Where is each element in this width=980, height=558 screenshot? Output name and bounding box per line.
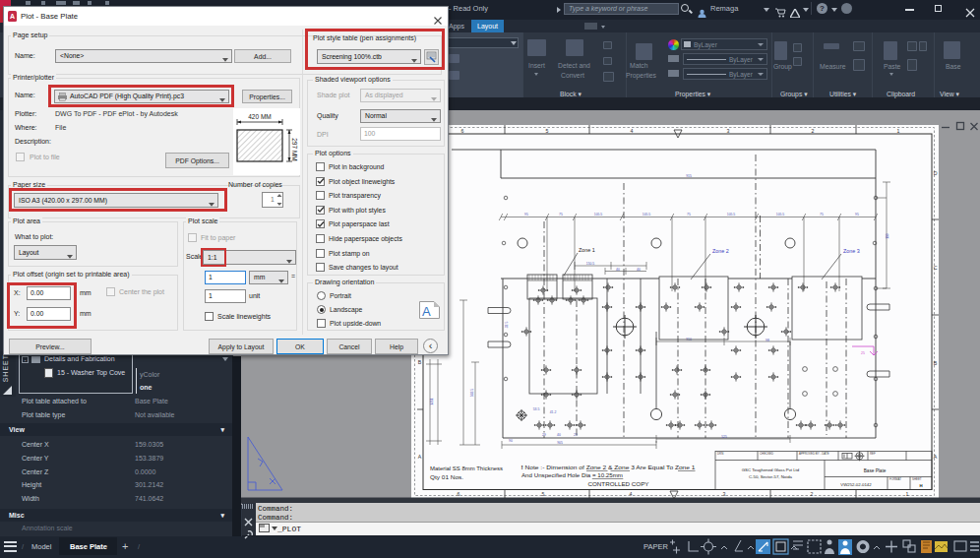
svg-text:53.5: 53.5: [533, 407, 540, 411]
svg-text:A: A: [934, 454, 938, 460]
svg-text:6: 6: [458, 491, 460, 497]
svg-text:DRN: DRN: [717, 452, 723, 456]
svg-text:Base Plate: Base Plate: [864, 468, 887, 473]
svg-text:2: 2: [811, 491, 814, 497]
svg-text:D: D: [934, 170, 938, 176]
svg-text:6: 6: [461, 128, 464, 134]
svg-text:75: 75: [559, 213, 563, 217]
svg-text:Zone 2: Zone 2: [712, 248, 729, 254]
svg-text:1: 1: [906, 491, 909, 497]
svg-text:A: A: [422, 304, 431, 319]
svg-text:Zone 1: Zone 1: [579, 247, 595, 253]
svg-text:75: 75: [820, 213, 824, 217]
svg-text:Material SS 8mm Thickness: Material SS 8mm Thickness: [430, 465, 503, 471]
svg-text:105.5: 105.5: [594, 213, 603, 217]
svg-text:4: 4: [630, 491, 633, 497]
svg-text:910: 910: [686, 338, 692, 341]
svg-text:32.5: 32.5: [505, 322, 509, 329]
svg-text:CHECKED: CHECKED: [760, 452, 773, 456]
svg-text:297 MM: 297 MM: [291, 138, 298, 160]
svg-text:105.5: 105.5: [643, 213, 651, 217]
svg-text:5: 5: [542, 491, 545, 497]
svg-text:110: 110: [886, 233, 889, 239]
svg-text:REF: REF: [870, 452, 876, 456]
svg-text:41.2: 41.2: [550, 410, 557, 414]
svg-text:905: 905: [557, 441, 563, 445]
svg-text:Qty 01 Nos.: Qty 01 Nos.: [430, 474, 463, 480]
svg-text:90: 90: [509, 439, 513, 443]
svg-text:APPROVED BY - DATE: APPROVED BY - DATE: [799, 452, 829, 456]
svg-text:1: 1: [897, 128, 900, 134]
svg-text:2: 2: [812, 128, 815, 134]
svg-text:1211: 1211: [430, 398, 434, 404]
svg-text:CONTROLLED COPY: CONTROLLED COPY: [588, 481, 649, 487]
svg-text:And Unspecified Hole Dia = 10.: And Unspecified Hole Dia = 10.25mm: [521, 472, 623, 478]
svg-text:98: 98: [766, 339, 769, 342]
svg-text:503.5: 503.5: [470, 389, 474, 398]
svg-text:H: H: [919, 483, 922, 488]
svg-text:40: 40: [616, 268, 620, 272]
svg-text:95: 95: [855, 213, 859, 217]
svg-text:40: 40: [637, 268, 641, 272]
svg-text:5: 5: [546, 128, 549, 134]
svg-text:Zone 3: Zone 3: [843, 248, 860, 254]
svg-text:C: C: [934, 265, 938, 271]
svg-text:3: 3: [723, 491, 726, 497]
svg-text:40: 40: [557, 433, 561, 437]
svg-text:95: 95: [524, 213, 528, 217]
svg-text:B: B: [934, 360, 938, 366]
svg-text:420 MM: 420 MM: [248, 113, 271, 120]
svg-text:3: 3: [727, 128, 730, 134]
svg-text:75: 75: [687, 213, 691, 217]
svg-text:VW252-02-0142: VW252-02-0142: [840, 482, 872, 487]
svg-text:FORMAT: FORMAT: [889, 477, 901, 481]
svg-text:25: 25: [861, 351, 865, 355]
svg-text:4: 4: [631, 128, 634, 134]
svg-text:C-50, Sector-57, Noida: C-50, Sector-57, Noida: [749, 474, 793, 479]
svg-text:SHEET: SHEET: [912, 477, 922, 481]
svg-text:GSC Toughened Glass Pvt Ltd: GSC Toughened Glass Pvt Ltd: [742, 467, 800, 472]
svg-text:105.5: 105.5: [727, 213, 736, 217]
svg-text:915: 915: [686, 174, 692, 178]
svg-text:! Note :- Dimension of Zone 2: ! Note :- Dimension of Zone 2 & Zone 3 A…: [521, 465, 696, 470]
svg-text:105.5: 105.5: [776, 213, 785, 217]
svg-text:525: 525: [721, 435, 727, 439]
svg-text:A: A: [418, 454, 422, 460]
svg-text:B: B: [418, 359, 422, 365]
svg-text:150.5: 150.5: [586, 262, 595, 266]
svg-text:29: 29: [574, 433, 578, 437]
